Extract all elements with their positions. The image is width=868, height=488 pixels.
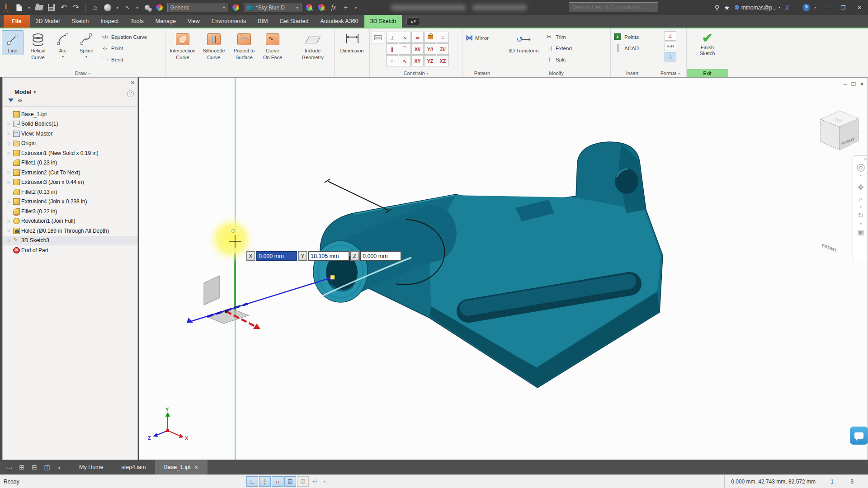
graphics-viewport[interactable]: Y X Z TOP FRONT RIGHT ─ ❐ ✕ X Y [139, 77, 868, 460]
adjust-appearance-icon[interactable]: ▼ [305, 3, 314, 12]
zoom-icon[interactable]: ⌕ [859, 193, 863, 205]
home-button[interactable]: ⌂ [91, 3, 100, 12]
tree-item-extrusion1[interactable]: ▷ Extrusion1 (New Solid x 0.19 in) [3, 148, 137, 158]
tree-item-extrusion3[interactable]: ▷ Extrusion3 (Join x 0.44 in) [3, 178, 137, 188]
point-button[interactable]: -¦- Point [99, 42, 148, 54]
material-select[interactable]: Generic ▾ [167, 3, 228, 12]
silhouette-curve-button[interactable]: Silhouette Curve [199, 30, 229, 61]
redo-button[interactable]: ↷ [71, 3, 80, 12]
tab-manage[interactable]: Manage [150, 15, 182, 28]
expander-icon[interactable]: ▷ [6, 219, 12, 223]
dimension-display-button[interactable]: +/- [310, 476, 321, 487]
tab-tools[interactable]: Tools [125, 15, 150, 28]
expander-icon[interactable]: ▷ [6, 180, 12, 184]
select-tool-button[interactable]: ↖ [123, 3, 132, 12]
maximize-button[interactable]: ❐ [837, 3, 849, 12]
search-dish-icon[interactable]: ⚲ [715, 4, 720, 12]
part-model[interactable] [313, 142, 663, 388]
object-snap-toggle[interactable]: ∩ [272, 476, 283, 487]
new-file-button[interactable] [15, 3, 24, 12]
xz-plane-constraint-button[interactable]: XZ [437, 55, 449, 66]
appearance-spheres-icon[interactable] [143, 3, 152, 12]
search-input[interactable] [569, 2, 658, 12]
driven-dimension-button[interactable]: HxH [665, 42, 676, 51]
chevron-down-icon[interactable]: ▾ [860, 205, 862, 210]
minimize-button[interactable]: ─ [821, 3, 833, 12]
tree-item-hole2[interactable]: ▷ Hole2 (Ø0.189 in Through All Depth) [3, 226, 137, 236]
expander-icon[interactable]: ▷ [6, 122, 12, 126]
intersection-curve-button[interactable]: Intersection Curve [167, 30, 198, 61]
yz-plane-constraint-button[interactable]: YZ [424, 55, 436, 66]
feedback-chat-button[interactable] [850, 427, 868, 445]
bend-button[interactable]: ⌒· Bend [99, 54, 148, 65]
tab-view[interactable]: View [182, 15, 206, 28]
chevron-down-icon[interactable]: ▾ [860, 221, 862, 226]
trim-button[interactable]: ✂ Trim [544, 31, 573, 42]
equation-curve-button[interactable]: ∿fx Equation Curve [99, 31, 148, 42]
user-account-menu[interactable]: ⚉ mthomas@p... ▾ [734, 4, 780, 11]
pan-icon[interactable]: ✥ [858, 182, 863, 193]
parallel-constraint-button[interactable]: ∥ [386, 43, 398, 55]
tile-vertical-icon[interactable]: ◫ [42, 462, 52, 472]
undo-button[interactable]: ↶ [59, 3, 68, 12]
split-button[interactable]: -|- Split [544, 54, 573, 65]
xy-plane-constraint-button[interactable]: XY [411, 55, 424, 66]
open-file-button[interactable] [35, 3, 44, 12]
tree-item-extrusion4[interactable]: ▷ Extrusion4 (Join x 0.238 in) [3, 197, 137, 207]
project-to-surface-button[interactable]: Project to Surface [230, 30, 259, 61]
steering-wheel-icon[interactable]: ◎ [856, 161, 865, 173]
line-tool-button[interactable]: Line [2, 30, 24, 55]
tree-item-extrusion2[interactable]: ▷ Extrusion2 (Cut To Next) [3, 168, 137, 178]
panel-label-format[interactable]: Format ▾ [654, 69, 686, 77]
tab-environments[interactable]: Environments [206, 15, 252, 28]
panel-label-draw[interactable]: Draw ▾ [0, 69, 165, 77]
expander-icon[interactable]: ▷ [6, 131, 12, 136]
help-button[interactable]: ? [802, 4, 810, 11]
constraint-persist-toggle[interactable]: ☑ [297, 476, 309, 487]
appearance-select[interactable]: *Sky Blue D ▾ [244, 3, 302, 12]
tree-item-fillet3[interactable]: ▷ Fillet3 (0.22 in) [3, 206, 137, 216]
expand-tabs-icon[interactable]: ▴ [54, 465, 64, 469]
expander-icon[interactable]: ▷ [6, 151, 12, 155]
material-dropdown-icon[interactable]: ▾ [115, 3, 120, 12]
tab-autodesk-a360[interactable]: Autodesk A360 [314, 15, 364, 28]
clear-appearance-icon[interactable]: ✕ [317, 3, 326, 12]
exchange-apps-icon[interactable]: X [785, 4, 789, 11]
expander-icon[interactable]: ▷ [6, 141, 12, 145]
points-button[interactable]: X Points [613, 31, 640, 42]
doc-close-icon[interactable]: ✕ [860, 81, 864, 87]
point-snap-toggle[interactable]: ┼ [259, 476, 271, 487]
tree-item-fillet1[interactable]: ▷ Fillet1 (0.23 in) [3, 158, 137, 168]
browser-title-menu[interactable]: Model ▾ [3, 88, 137, 97]
orbit-icon[interactable]: ↻ [858, 210, 863, 221]
toolbar-options-icon[interactable]: ▾ [354, 3, 358, 12]
sketch-point-handle[interactable] [232, 230, 235, 233]
tree-item-origin[interactable]: ▷ Origin [3, 139, 137, 149]
acad-button[interactable]: ACAD [613, 42, 640, 54]
filter-icon[interactable] [8, 99, 14, 102]
helical-curve-button[interactable]: Helical Curve [24, 30, 52, 61]
spline-tool-button[interactable]: Spline ▾ [74, 30, 99, 60]
tangent-constraint-button[interactable]: ⌒ [399, 43, 411, 55]
tab-step4-iam[interactable]: step4.iam [112, 460, 155, 474]
centerpoint-format-button[interactable]: -¦- [665, 52, 676, 61]
color-wheel-icon[interactable] [155, 3, 164, 12]
tree-item-part[interactable]: ▷ Base_1.ipt [3, 109, 137, 119]
appearance-wheel-icon[interactable] [231, 3, 241, 12]
doc-restore-icon[interactable]: ❐ [851, 81, 856, 87]
perpendicular-constraint-button[interactable]: ⊥ [386, 32, 398, 43]
tree-item-view-master[interactable]: ▷ View: Master [3, 129, 137, 139]
coincident-constraint-button[interactable]: ↘ [399, 32, 411, 43]
tab-get-started[interactable]: Get Started [274, 15, 315, 28]
close-button[interactable]: ✕ [854, 3, 865, 12]
tab-sketch[interactable]: Sketch [66, 15, 94, 28]
x-coordinate-input[interactable] [256, 251, 297, 261]
look-at-icon[interactable]: ▣ [857, 226, 864, 238]
parallel-y-constraint-button[interactable]: Y// [424, 43, 436, 55]
select-dropdown-icon[interactable]: ▾ [135, 3, 140, 12]
tile-windows-icon[interactable]: ⊞ [16, 462, 27, 472]
expander-icon[interactable]: ▷ [6, 229, 12, 233]
tile-horizontal-icon[interactable]: ⊟ [29, 462, 40, 472]
favorites-star-icon[interactable]: ★ [724, 4, 730, 11]
tree-item-revolution1[interactable]: ▷ Revolution1 (Join Full) [3, 216, 137, 226]
